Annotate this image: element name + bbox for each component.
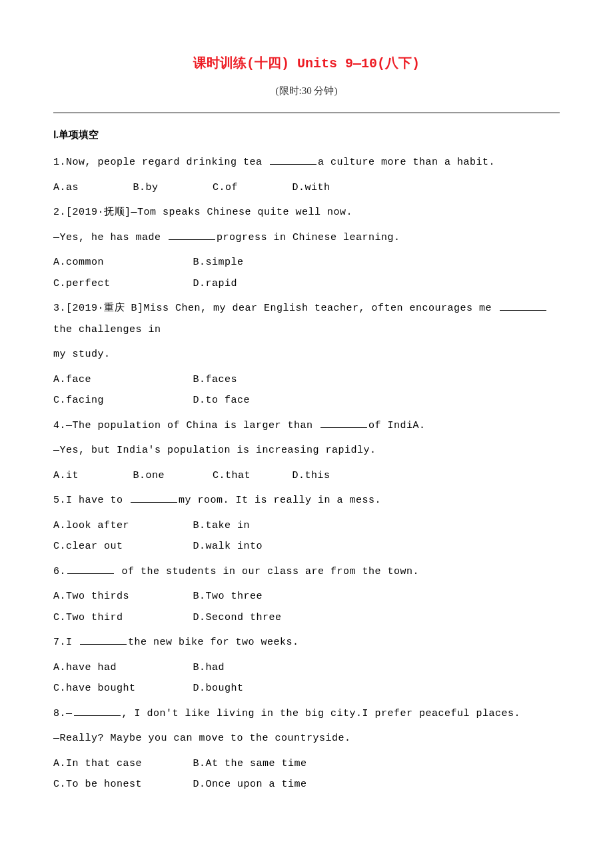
q7-opt-c: C.have bought bbox=[53, 678, 187, 699]
q2-l2-pre: —Yes, he has made bbox=[53, 232, 167, 243]
q6-post: of the students in our class are from th… bbox=[115, 566, 419, 577]
q5-options-row1: A.look after B.take in bbox=[53, 515, 560, 537]
q6-text: 6. of the students in our class are from… bbox=[53, 561, 560, 583]
q4-options: A.it B.one C.that D.this bbox=[53, 465, 560, 487]
q6-options-row1: A.Two thirds B.Two three bbox=[53, 586, 560, 607]
q6-blank bbox=[67, 564, 114, 574]
question-4: 4.—The population of China is larger tha… bbox=[53, 415, 560, 487]
q5-opt-b: B.take in bbox=[193, 515, 326, 537]
q3-blank bbox=[500, 301, 546, 311]
document-title: 课时训练(十四) Units 9—10(八下) bbox=[53, 53, 560, 75]
q4-line1: 4.—The population of China is larger tha… bbox=[53, 415, 560, 437]
q2-blank bbox=[169, 230, 215, 240]
q6-opt-a: A.Two thirds bbox=[53, 586, 187, 607]
q3-options-row1: A.face B.faces bbox=[53, 369, 560, 391]
q5-num: 5. bbox=[53, 495, 66, 506]
q8-opt-b: B.At the same time bbox=[193, 753, 326, 775]
q8-l1-post: , I don't like living in the big city.I … bbox=[122, 708, 521, 719]
q7-opt-b: B.had bbox=[193, 657, 326, 679]
q5-pre: I have to bbox=[66, 495, 129, 506]
q5-opt-d: D.walk into bbox=[193, 536, 326, 557]
q5-text: 5.I have to my room. It is really in a m… bbox=[53, 490, 560, 511]
question-3: 3.[2019·重庆 B]Miss Chen, my dear English … bbox=[53, 298, 560, 411]
q6-options-row2: C.Two third D.Second three bbox=[53, 607, 560, 629]
q3-opt-c: C.facing bbox=[53, 390, 187, 411]
q4-line2: —Yes, but India's population is increasi… bbox=[53, 440, 560, 461]
question-1: 1.Now, people regard drinking tea a cult… bbox=[53, 152, 560, 198]
q2-line2: —Yes, he has made progress in Chinese le… bbox=[53, 227, 560, 249]
divider bbox=[53, 112, 560, 113]
q8-options-row1: A.In that case B.At the same time bbox=[53, 753, 560, 775]
q8-opt-c: C.To be honest bbox=[53, 774, 187, 795]
q4-opt-c: C.that bbox=[213, 465, 286, 487]
q3-post: the challenges in bbox=[53, 324, 161, 335]
q3-line1: 3.[2019·重庆 B]Miss Chen, my dear English … bbox=[53, 298, 560, 340]
q1-opt-c: C.of bbox=[213, 177, 286, 199]
q5-post: my room. It is really in a mess. bbox=[179, 495, 381, 506]
section-1-header: Ⅰ.单项填空 bbox=[53, 127, 560, 143]
q5-opt-c: C.clear out bbox=[53, 536, 187, 557]
q1-options: A.as B.by C.of D.with bbox=[53, 177, 560, 199]
q1-opt-b: B.by bbox=[133, 177, 207, 199]
question-2: 2.[2019·抚顺]—Tom speaks Chinese quite wel… bbox=[53, 202, 560, 294]
q7-options-row2: C.have bought D.bought bbox=[53, 678, 560, 699]
q2-num: 2. bbox=[53, 207, 66, 218]
q3-opt-d: D.to face bbox=[193, 390, 326, 411]
q3-pre: Miss Chen, my dear English teacher, ofte… bbox=[144, 303, 498, 314]
q7-post: the new bike for two weeks. bbox=[128, 637, 299, 648]
q7-opt-a: A.have had bbox=[53, 657, 187, 679]
q8-line1: 8.—, I don't like living in the big city… bbox=[53, 703, 560, 725]
q7-blank bbox=[80, 635, 127, 645]
q2-source: [2019·抚顺] bbox=[66, 207, 131, 218]
q7-options-row1: A.have had B.had bbox=[53, 657, 560, 679]
q1-post: a culture more than a habit. bbox=[318, 157, 495, 168]
q7-num: 7. bbox=[53, 637, 66, 648]
question-1-text: 1.Now, people regard drinking tea a cult… bbox=[53, 152, 560, 173]
q1-num: 1. bbox=[53, 157, 66, 168]
q4-num: 4. bbox=[53, 420, 66, 431]
q3-cont: my study. bbox=[53, 344, 560, 365]
q7-pre: I bbox=[66, 637, 79, 648]
q6-num: 6. bbox=[53, 566, 66, 577]
q7-text: 7.I the new bike for two weeks. bbox=[53, 632, 560, 653]
q2-l2-post: progress in Chinese learning. bbox=[217, 232, 400, 243]
q3-source: [2019·重庆 B] bbox=[66, 303, 144, 314]
q5-opt-a: A.look after bbox=[53, 515, 187, 537]
q3-num: 3. bbox=[53, 303, 66, 314]
q4-l1-post: of IndiA. bbox=[368, 420, 426, 431]
q8-num: 8. bbox=[53, 708, 66, 719]
q6-opt-d: D.Second three bbox=[193, 607, 326, 629]
q2-l1: —Tom speaks Chinese quite well now. bbox=[131, 207, 353, 218]
q8-blank bbox=[74, 706, 121, 716]
question-7: 7.I the new bike for two weeks. A.have h… bbox=[53, 632, 560, 699]
q5-options-row2: C.clear out D.walk into bbox=[53, 536, 560, 557]
q2-opt-b: B.simple bbox=[193, 252, 326, 273]
q8-line2: —Really? Maybe you can move to the count… bbox=[53, 728, 560, 749]
q2-opt-c: C.perfect bbox=[53, 273, 187, 295]
q1-opt-a: A.as bbox=[53, 177, 127, 199]
q2-opt-a: A.common bbox=[53, 252, 187, 273]
question-8: 8.—, I don't like living in the big city… bbox=[53, 703, 560, 795]
q8-l1-pre: — bbox=[66, 708, 73, 719]
q6-opt-b: B.Two three bbox=[193, 586, 326, 607]
q3-options-row2: C.facing D.to face bbox=[53, 390, 560, 411]
q6-opt-c: C.Two third bbox=[53, 607, 187, 629]
question-6: 6. of the students in our class are from… bbox=[53, 561, 560, 629]
q4-opt-d: D.this bbox=[293, 465, 366, 487]
q2-options-row2: C.perfect D.rapid bbox=[53, 273, 560, 295]
q5-blank bbox=[131, 493, 177, 503]
q8-options-row2: C.To be honest D.Once upon a time bbox=[53, 774, 560, 795]
q1-opt-d: D.with bbox=[293, 177, 366, 199]
q1-pre: Now, people regard drinking tea bbox=[66, 157, 269, 168]
q2-opt-d: D.rapid bbox=[193, 273, 326, 295]
q7-opt-d: D.bought bbox=[193, 678, 326, 699]
q3-opt-a: A.face bbox=[53, 369, 187, 391]
question-5: 5.I have to my room. It is really in a m… bbox=[53, 490, 560, 557]
q4-opt-b: B.one bbox=[133, 465, 207, 487]
q2-options-row1: A.common B.simple bbox=[53, 252, 560, 273]
time-limit: (限时:30 分钟) bbox=[53, 83, 560, 99]
q2-line1: 2.[2019·抚顺]—Tom speaks Chinese quite wel… bbox=[53, 202, 560, 223]
q1-blank bbox=[270, 155, 316, 165]
q4-opt-a: A.it bbox=[53, 465, 127, 487]
q4-l1-pre: —The population of China is larger than bbox=[66, 420, 319, 431]
